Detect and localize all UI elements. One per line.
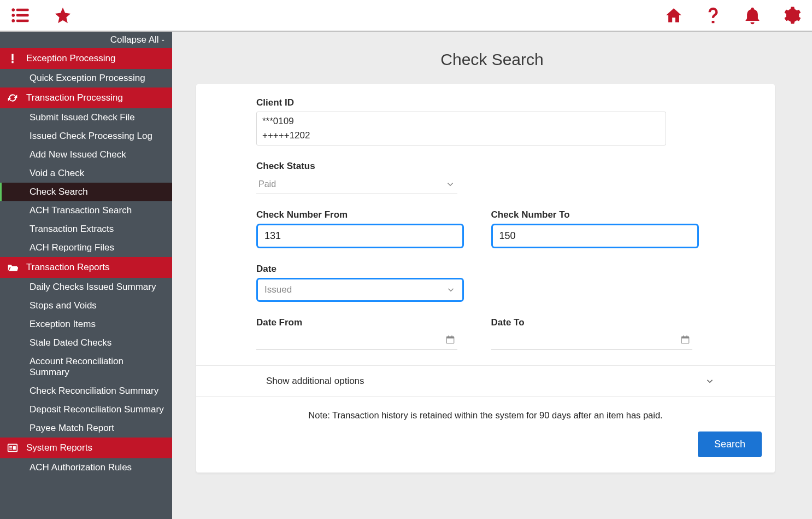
sidebar: Collapse All - Exception Processing Quic… bbox=[0, 32, 172, 519]
date-to-input[interactable] bbox=[491, 331, 692, 350]
nav-item-daily-checks-issued-summary[interactable]: Daily Checks Issued Summary bbox=[0, 278, 172, 296]
date-to-label: Date To bbox=[491, 317, 715, 328]
check-status-field: Check Status Paid bbox=[256, 161, 715, 194]
refresh-icon bbox=[7, 92, 19, 104]
collapse-all-link[interactable]: Collapse All - bbox=[0, 32, 172, 48]
report-icon bbox=[7, 442, 19, 454]
check-number-to-label: Check Number To bbox=[491, 209, 715, 220]
date-from-field: Date From bbox=[256, 317, 480, 350]
nav-header-label: System Reports bbox=[26, 442, 92, 453]
settings-gear-icon[interactable] bbox=[782, 6, 801, 25]
nav-item-ach-reporting-files[interactable]: ACH Reporting Files bbox=[0, 238, 172, 257]
search-button[interactable]: Search bbox=[698, 431, 762, 457]
nav-header-system-reports[interactable]: System Reports bbox=[0, 438, 172, 458]
check-status-select[interactable]: Paid bbox=[256, 175, 457, 194]
page-title: Check Search bbox=[172, 50, 812, 69]
nav-item-add-new-issued-check[interactable]: Add New Issued Check bbox=[0, 145, 172, 164]
check-number-from-field: Check Number From bbox=[256, 209, 480, 248]
svg-rect-6 bbox=[11, 54, 13, 61]
nav-item-void-a-check[interactable]: Void a Check bbox=[0, 164, 172, 183]
svg-point-4 bbox=[11, 19, 15, 22]
svg-rect-16 bbox=[451, 335, 452, 337]
date-type-field: Date Issued bbox=[256, 264, 715, 302]
nav-item-check-search[interactable]: Check Search bbox=[0, 183, 172, 201]
nav-header-transaction-processing[interactable]: Transaction Processing bbox=[0, 88, 172, 108]
client-id-label: Client ID bbox=[256, 97, 715, 108]
svg-rect-18 bbox=[681, 336, 689, 338]
check-number-to-field: Check Number To bbox=[491, 209, 715, 248]
svg-rect-11 bbox=[9, 449, 12, 450]
top-bar bbox=[0, 0, 812, 32]
show-additional-options-label: Show additional options bbox=[266, 376, 364, 387]
nav-item-payee-match-report[interactable]: Payee Match Report bbox=[0, 419, 172, 438]
date-label: Date bbox=[256, 264, 715, 275]
check-status-value: Paid bbox=[258, 179, 276, 189]
nav-item-stale-dated-checks[interactable]: Stale Dated Checks bbox=[0, 334, 172, 352]
svg-rect-3 bbox=[16, 14, 29, 17]
folder-open-icon bbox=[7, 261, 19, 273]
client-id-field: Client ID ***0109 +++++1202 bbox=[256, 97, 715, 145]
check-status-label: Check Status bbox=[256, 161, 715, 172]
calendar-icon bbox=[445, 335, 455, 347]
svg-rect-15 bbox=[448, 335, 449, 337]
menu-icon[interactable] bbox=[11, 6, 30, 25]
check-number-from-input[interactable] bbox=[256, 224, 464, 248]
date-from-input[interactable] bbox=[256, 331, 457, 350]
client-id-option[interactable]: ***0109 bbox=[262, 114, 660, 129]
nav-item-stops-and-voids[interactable]: Stops and Voids bbox=[0, 296, 172, 315]
chevron-down-icon bbox=[446, 285, 456, 295]
svg-rect-20 bbox=[686, 335, 687, 337]
nav-item-exception-items[interactable]: Exception Items bbox=[0, 315, 172, 334]
date-type-value: Issued bbox=[264, 284, 292, 295]
retention-note: Note: Transaction history is retained wi… bbox=[196, 410, 775, 421]
nav-item-ach-authorization-rules[interactable]: ACH Authorization Rules bbox=[0, 458, 172, 477]
nav-item-issued-check-processing-log[interactable]: Issued Check Processing Log bbox=[0, 127, 172, 145]
date-to-field: Date To bbox=[491, 317, 715, 350]
svg-rect-7 bbox=[11, 61, 13, 63]
nav-header-label: Exception Processing bbox=[26, 53, 115, 64]
nav-header-label: Transaction Reports bbox=[26, 262, 109, 273]
nav-item-submit-issued-check-file[interactable]: Submit Issued Check File bbox=[0, 108, 172, 127]
nav-item-account-reconciliation-summary[interactable]: Account Reconciliation Summary bbox=[0, 352, 172, 382]
svg-rect-12 bbox=[13, 446, 16, 450]
client-id-option[interactable]: +++++1202 bbox=[262, 129, 660, 143]
date-type-select[interactable]: Issued bbox=[256, 278, 464, 302]
show-additional-options-toggle[interactable]: Show additional options bbox=[196, 365, 775, 397]
nav-item-quick-exception-processing[interactable]: Quick Exception Processing bbox=[0, 69, 172, 88]
nav-item-ach-transaction-search[interactable]: ACH Transaction Search bbox=[0, 201, 172, 220]
nav-item-transaction-extracts[interactable]: Transaction Extracts bbox=[0, 220, 172, 238]
check-number-from-label: Check Number From bbox=[256, 209, 480, 220]
svg-rect-5 bbox=[16, 20, 29, 22]
main-content: Check Search Client ID ***0109 +++++1202… bbox=[172, 32, 812, 519]
svg-rect-14 bbox=[446, 336, 454, 338]
search-form-card: Client ID ***0109 +++++1202 Check Status… bbox=[196, 84, 775, 473]
chevron-down-icon bbox=[705, 376, 715, 386]
nav-item-check-reconciliation-summary[interactable]: Check Reconciliation Summary bbox=[0, 382, 172, 400]
svg-rect-19 bbox=[683, 335, 684, 337]
svg-rect-9 bbox=[9, 446, 12, 447]
client-id-list[interactable]: ***0109 +++++1202 bbox=[256, 112, 666, 145]
svg-rect-10 bbox=[9, 447, 12, 448]
nav-item-deposit-reconciliation-summary[interactable]: Deposit Reconciliation Summary bbox=[0, 400, 172, 419]
nav-header-exception-processing[interactable]: Exception Processing bbox=[0, 48, 172, 69]
chevron-down-icon bbox=[445, 179, 455, 189]
nav-header-label: Transaction Processing bbox=[26, 92, 123, 103]
nav-header-transaction-reports[interactable]: Transaction Reports bbox=[0, 257, 172, 278]
check-number-to-input[interactable] bbox=[491, 224, 699, 248]
svg-point-2 bbox=[11, 14, 15, 17]
help-icon[interactable] bbox=[704, 6, 722, 25]
date-from-label: Date From bbox=[256, 317, 480, 328]
exclamation-icon bbox=[7, 53, 19, 65]
svg-rect-1 bbox=[16, 9, 29, 11]
calendar-icon bbox=[680, 335, 690, 347]
favorites-star-icon[interactable] bbox=[54, 6, 72, 25]
notifications-bell-icon[interactable] bbox=[743, 6, 762, 25]
svg-point-0 bbox=[11, 8, 15, 11]
home-icon[interactable] bbox=[664, 6, 683, 25]
